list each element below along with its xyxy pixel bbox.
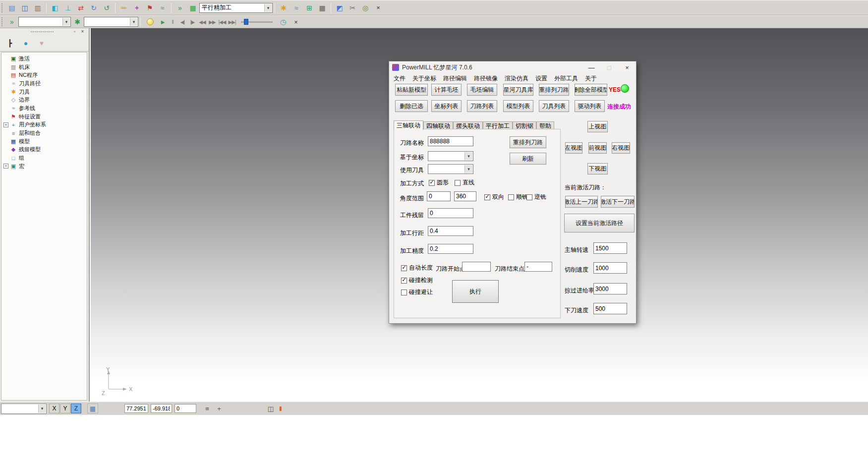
tool-list-icon[interactable]: » bbox=[6, 16, 18, 27]
panel-grip[interactable] bbox=[31, 31, 54, 32]
conventional-checkbox[interactable]: 逆铣 bbox=[526, 193, 546, 201]
plunge-rate-input[interactable] bbox=[593, 303, 627, 314]
collision-avoid-checkbox[interactable]: 碰撞避让 bbox=[401, 288, 433, 296]
tree-item[interactable]: ≈参考线 bbox=[1, 104, 87, 113]
machining-strategy-dropdown[interactable]: 平行精加工 ▾ bbox=[199, 3, 273, 13]
left-view-button[interactable]: 左视图 bbox=[565, 142, 582, 154]
new-model-icon[interactable]: ▤ bbox=[6, 2, 18, 13]
lightbulb-icon[interactable] bbox=[147, 18, 154, 25]
toolbar-grip[interactable] bbox=[1, 3, 3, 12]
climb-checkbox[interactable]: 顺铣 bbox=[508, 193, 528, 201]
refresh-button[interactable]: 刷新 bbox=[510, 153, 546, 165]
levels-icon[interactable]: ≈ bbox=[157, 2, 169, 13]
toolbar-grip[interactable] bbox=[1, 17, 3, 26]
chart-icon[interactable]: ◩ bbox=[334, 2, 346, 13]
stepover-input[interactable] bbox=[428, 226, 473, 236]
spindle-input[interactable] bbox=[593, 242, 627, 254]
wave-icon[interactable]: ≈ bbox=[290, 2, 302, 13]
pause-indicator-icon[interactable]: ‖ bbox=[276, 404, 286, 413]
tree-item[interactable]: ++用户坐标系 bbox=[1, 121, 87, 129]
expander-icon[interactable]: + bbox=[3, 164, 8, 169]
explorer-panel-header[interactable]: ▫ × bbox=[0, 28, 89, 35]
cut-icon[interactable]: ✂ bbox=[347, 2, 358, 13]
speed-slider[interactable] bbox=[241, 18, 273, 26]
grid-snap-icon[interactable]: ▦ bbox=[87, 404, 98, 413]
calc-block-button[interactable]: 计算毛坯 bbox=[431, 84, 462, 96]
float-panel-icon[interactable]: ▫ bbox=[71, 28, 78, 35]
menu-about[interactable]: 关于 bbox=[581, 74, 600, 83]
play-button[interactable]: ▶ bbox=[158, 17, 168, 27]
chevron-down-icon[interactable]: ▾ bbox=[464, 152, 472, 160]
chevron-down-icon[interactable]: ▾ bbox=[264, 4, 272, 12]
tree-item[interactable]: ▤NC程序 bbox=[1, 71, 87, 79]
top-view-button[interactable]: 上视图 bbox=[587, 121, 608, 132]
tree-item[interactable]: □组 bbox=[1, 154, 87, 162]
menu-coords[interactable]: 关于坐标 bbox=[409, 74, 440, 83]
forward-button[interactable]: ▶▶ bbox=[207, 17, 217, 27]
block-icon[interactable]: ◧ bbox=[49, 2, 61, 13]
undo-icon[interactable]: ↺ bbox=[101, 2, 113, 13]
tree-item[interactable]: ≈刀具路径 bbox=[1, 79, 87, 88]
jump-start-button[interactable]: |◀◀ bbox=[217, 17, 227, 27]
list-icon[interactable]: ≡ bbox=[202, 404, 212, 413]
tolerance-input[interactable] bbox=[428, 244, 473, 254]
split-view-icon[interactable]: ◫ bbox=[266, 404, 276, 413]
circle-checkbox[interactable]: 圆形 bbox=[429, 178, 449, 187]
diamond-icon[interactable]: ✦ bbox=[131, 2, 143, 13]
frame-icon[interactable]: ⊞ bbox=[303, 2, 315, 13]
flag-icon[interactable]: ⚑ bbox=[144, 2, 156, 13]
chevrons-icon[interactable]: » bbox=[174, 2, 186, 13]
toolbar-close-icon[interactable]: × bbox=[374, 3, 383, 12]
keypad-icon[interactable]: ▦ bbox=[316, 2, 328, 13]
globe-icon[interactable]: ● bbox=[20, 38, 31, 49]
execute-button[interactable]: 执行 bbox=[452, 280, 499, 303]
reorder-button[interactable]: 重排列刀路 bbox=[510, 136, 546, 148]
delete-selected-button[interactable]: 删除已选 bbox=[395, 100, 428, 112]
pencil-icon[interactable]: ✏ bbox=[118, 2, 130, 13]
menu-path-mirror[interactable]: 路径镜像 bbox=[470, 74, 501, 83]
expander-icon[interactable]: + bbox=[3, 122, 8, 127]
tree-item[interactable]: ▥机床 bbox=[1, 63, 87, 71]
paste-new-model-button[interactable]: 粘贴新模型 bbox=[395, 84, 428, 96]
chevron-down-icon[interactable]: ▾ bbox=[130, 18, 137, 26]
tree-item[interactable]: ✱刀具 bbox=[1, 88, 87, 96]
set-active-path-button[interactable]: 设置当前激活路径 bbox=[564, 214, 635, 232]
angle-end-input[interactable] bbox=[454, 191, 476, 201]
chevron-down-icon[interactable]: ▾ bbox=[464, 165, 472, 173]
front-view-button[interactable]: 前视图 bbox=[588, 142, 607, 154]
axis-y-button[interactable]: Y bbox=[60, 404, 70, 413]
start-point-input[interactable] bbox=[462, 262, 491, 272]
tree-item[interactable]: ◆残留模型 bbox=[1, 146, 87, 154]
rotate-icon[interactable]: ↻ bbox=[88, 2, 100, 13]
toolpath-select-dropdown[interactable]: ▾ bbox=[18, 17, 71, 27]
simulation-speed-icon[interactable]: ◷ bbox=[277, 16, 289, 27]
tab-3axis[interactable]: 三轴联动 bbox=[394, 120, 423, 130]
reorder-toolpaths-button[interactable]: 重排列刀路 bbox=[539, 84, 569, 96]
bottom-view-button[interactable]: 下视图 bbox=[587, 163, 608, 174]
tree-item[interactable]: ▦模型 bbox=[1, 137, 87, 146]
tree-item[interactable]: +▣宏 bbox=[1, 162, 87, 171]
tool-select[interactable]: ▾ bbox=[428, 164, 473, 174]
machine-select-dropdown[interactable]: ▾ bbox=[84, 17, 138, 27]
maximize-button[interactable]: □ bbox=[600, 61, 618, 73]
coord-x-field[interactable] bbox=[124, 404, 148, 413]
coord-select[interactable]: ▾ bbox=[428, 151, 473, 161]
right-view-button[interactable]: 右视图 bbox=[612, 142, 630, 154]
toolpath-list-button[interactable]: 刀路列表 bbox=[467, 100, 497, 112]
transform-icon[interactable]: ⇄ bbox=[75, 2, 87, 13]
menu-external-tools[interactable]: 外部工具 bbox=[551, 74, 581, 83]
drive-list-button[interactable]: 驱动列表 bbox=[575, 100, 605, 112]
jump-end-button[interactable]: ▶▶| bbox=[227, 17, 237, 27]
minimize-button[interactable]: — bbox=[582, 61, 600, 73]
edit-block-button[interactable]: 毛坯编辑 bbox=[467, 84, 497, 96]
tree-item[interactable]: ≡层和组合 bbox=[1, 129, 87, 137]
slider-handle[interactable] bbox=[244, 19, 248, 25]
auto-length-checkbox[interactable]: 自动长度 bbox=[401, 264, 433, 272]
coord-z-field[interactable] bbox=[174, 404, 196, 413]
pause-button[interactable]: ‖ bbox=[168, 17, 177, 27]
menu-settings[interactable]: 设置 bbox=[532, 74, 551, 83]
tree-item[interactable]: ◇边界 bbox=[1, 96, 87, 104]
axis-z-button[interactable]: Z bbox=[71, 404, 81, 413]
print-icon[interactable]: ▥ bbox=[32, 2, 44, 13]
toolpath-name-input[interactable] bbox=[428, 136, 473, 146]
